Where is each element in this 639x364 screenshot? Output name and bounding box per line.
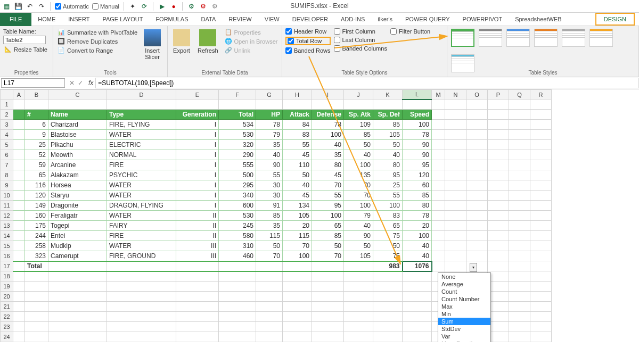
table-cell[interactable]: 65: [373, 221, 403, 231]
cell[interactable]: [466, 251, 488, 261]
column-header[interactable]: A: [13, 90, 25, 100]
cell[interactable]: [256, 302, 283, 312]
cell[interactable]: [488, 241, 509, 251]
cell[interactable]: [445, 140, 466, 150]
cell[interactable]: [25, 322, 48, 332]
cell[interactable]: [25, 100, 48, 110]
table-cell[interactable]: 100: [373, 201, 403, 211]
row-header[interactable]: 11: [1, 201, 13, 211]
row-header[interactable]: 18: [1, 271, 13, 282]
tab-page-layout[interactable]: PAGE LAYOUT: [96, 13, 149, 26]
column-header[interactable]: H: [283, 90, 312, 100]
table-cell[interactable]: Togepi: [48, 221, 107, 231]
table-cell[interactable]: 534: [219, 120, 256, 130]
table-cell[interactable]: 70: [344, 191, 373, 201]
column-header[interactable]: M: [432, 90, 445, 100]
table-cell[interactable]: ELECTRIC: [107, 140, 176, 150]
cell[interactable]: [509, 140, 530, 150]
cell[interactable]: [403, 282, 432, 292]
cell[interactable]: [48, 302, 107, 312]
cell[interactable]: [25, 282, 48, 292]
cell[interactable]: [509, 312, 530, 322]
table-cell[interactable]: 55: [312, 191, 344, 201]
cell[interactable]: [509, 180, 530, 191]
table-cell[interactable]: 45: [283, 191, 312, 201]
cell[interactable]: [530, 271, 552, 282]
cell[interactable]: [48, 282, 107, 292]
cell[interactable]: [107, 100, 176, 110]
column-header[interactable]: K: [373, 90, 403, 100]
style-thumb[interactable]: [451, 29, 474, 47]
total-speed-cell[interactable]: 1076: [403, 261, 432, 271]
cell[interactable]: [530, 150, 552, 160]
cell[interactable]: [256, 312, 283, 322]
cell[interactable]: [256, 271, 283, 282]
cell[interactable]: [48, 271, 107, 282]
cell[interactable]: [107, 322, 176, 332]
table-cell[interactable]: 40: [344, 221, 373, 231]
cell[interactable]: [509, 241, 530, 251]
cell[interactable]: [219, 271, 256, 282]
cell[interactable]: [344, 100, 373, 110]
cell[interactable]: [466, 170, 488, 180]
cell[interactable]: [13, 292, 25, 302]
enter-icon[interactable]: ✓: [78, 79, 83, 87]
cell[interactable]: [403, 292, 432, 302]
table-cell[interactable]: 79: [256, 130, 283, 140]
table-cell[interactable]: Entei: [48, 231, 107, 241]
cell[interactable]: [530, 170, 552, 180]
cell[interactable]: [432, 201, 445, 211]
table-cell[interactable]: 20: [403, 221, 432, 231]
remove-duplicates-button[interactable]: 🔲 Remove Duplicates: [56, 37, 138, 45]
formula-input[interactable]: [95, 78, 639, 88]
table-cell[interactable]: I: [176, 130, 219, 140]
total-cell[interactable]: [107, 261, 176, 271]
table-header-cell[interactable]: HP: [256, 110, 283, 120]
cell[interactable]: [219, 292, 256, 302]
table-cell[interactable]: WATER: [107, 191, 176, 201]
cell[interactable]: [13, 120, 25, 130]
table-cell[interactable]: 70: [312, 180, 344, 191]
tab-developer[interactable]: DEVELOPER: [286, 13, 334, 26]
row-header[interactable]: 3: [1, 120, 13, 130]
cell[interactable]: [219, 282, 256, 292]
table-cell[interactable]: 65: [312, 221, 344, 231]
cell[interactable]: [403, 100, 432, 110]
tab-view[interactable]: VIEW: [258, 13, 286, 26]
table-header-cell[interactable]: Speed: [403, 110, 432, 120]
cell[interactable]: [432, 180, 445, 191]
cell[interactable]: [13, 211, 25, 221]
wand-icon[interactable]: ✦: [128, 2, 137, 11]
table-cell[interactable]: I: [176, 140, 219, 150]
cell[interactable]: [256, 332, 283, 342]
cell[interactable]: [509, 302, 530, 312]
table-cell[interactable]: 105: [283, 211, 312, 221]
cell[interactable]: [344, 302, 373, 312]
cell[interactable]: [13, 231, 25, 241]
row-header[interactable]: 14: [1, 231, 13, 241]
table-cell[interactable]: 6: [25, 120, 48, 130]
table-header-cell[interactable]: Sp. Def: [373, 110, 403, 120]
cell[interactable]: [13, 130, 25, 140]
cell[interactable]: [530, 110, 552, 120]
table-cell[interactable]: 100: [312, 211, 344, 221]
table-cell[interactable]: Charizard: [48, 120, 107, 130]
column-header[interactable]: [1, 90, 13, 100]
row-header[interactable]: 15: [1, 241, 13, 251]
table-cell[interactable]: 500: [219, 170, 256, 180]
cell[interactable]: [176, 292, 219, 302]
total-cell[interactable]: [176, 261, 219, 271]
cell[interactable]: [373, 312, 403, 322]
cell[interactable]: [445, 170, 466, 180]
row-header[interactable]: 8: [1, 170, 13, 180]
table-cell[interactable]: I: [176, 180, 219, 191]
cell[interactable]: [488, 251, 509, 261]
cell[interactable]: [466, 140, 488, 150]
table-cell[interactable]: Arcanine: [48, 160, 107, 170]
table-cell[interactable]: I: [176, 160, 219, 170]
row-header[interactable]: 9: [1, 180, 13, 191]
cell[interactable]: [530, 261, 552, 271]
column-header[interactable]: R: [530, 90, 552, 100]
dropdown-item[interactable]: Count Number: [438, 295, 490, 303]
cell[interactable]: [373, 302, 403, 312]
